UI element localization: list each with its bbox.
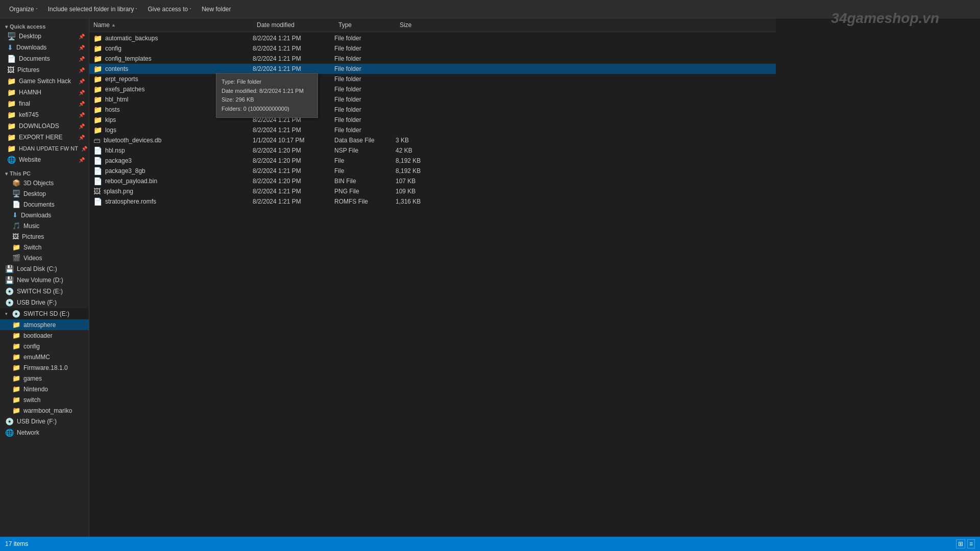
sidebar-item-videos-pc[interactable]: 🎬 Videos xyxy=(0,253,89,263)
file-row[interactable]: 📁 kips 8/2/2024 1:21 PM File folder xyxy=(89,115,776,125)
sidebar-item-3dobjects[interactable]: 📦 3D Objects xyxy=(0,178,89,188)
file-name-text: logs xyxy=(105,127,116,134)
sidebar-item-warmboot[interactable]: 📁 warmboot_mariko xyxy=(0,405,89,416)
file-size-cell: 42 KB xyxy=(396,147,447,154)
sidebar-item-downloads2-qa[interactable]: 📁 DOWNLOADS 📌 xyxy=(0,120,89,132)
file-name-text: reboot_payload.bin xyxy=(105,178,157,185)
downloads-pc-icon: ⬇ xyxy=(12,211,18,219)
sidebar-item-downloads-qa[interactable]: ⬇ Downloads 📌 xyxy=(0,42,89,53)
sidebar-item-pictures-qa[interactable]: 🖼 Pictures 📌 xyxy=(0,64,89,76)
exporthere-qa-icon: 📁 xyxy=(7,133,16,141)
file-row[interactable]: 📄 package3 8/2/2024 1:20 PM File 8,192 K… xyxy=(89,156,776,166)
file-type-cell: ROMFS File xyxy=(334,198,396,205)
file-row-icon: 📄 xyxy=(93,146,102,155)
sidebar-item-pictures-pc[interactable]: 🖼 Pictures xyxy=(0,231,89,242)
sidebar-item-switch-pc[interactable]: 📁 Switch xyxy=(0,242,89,253)
sidebar-item-gswitchhack-qa[interactable]: 📁 Game Switch Hack 📌 xyxy=(0,76,89,87)
sidebar-item-final-qa[interactable]: 📁 final 📌 xyxy=(0,98,89,109)
file-row-icon: 📁 xyxy=(93,44,102,53)
organize-button[interactable]: Organize xyxy=(5,4,42,14)
file-size-cell: 8,192 KB xyxy=(396,167,447,174)
col-header-type[interactable]: Type xyxy=(334,20,396,30)
pictures-pc-icon: 🖼 xyxy=(12,233,19,240)
file-size-cell: 3 KB xyxy=(396,137,447,144)
emuMMC-icon: 📁 xyxy=(12,353,20,361)
view-large-icon[interactable]: ⊞ xyxy=(956,539,965,548)
gswitchhack-qa-icon: 📁 xyxy=(7,77,16,85)
give-access-button[interactable]: Give access to xyxy=(143,4,195,14)
file-name-cell: 📄 package3 xyxy=(89,157,253,165)
sidebar-item-games[interactable]: 📁 games xyxy=(0,373,89,384)
file-row[interactable]: 📄 package3_8gb 8/2/2024 1:21 PM File 8,1… xyxy=(89,166,776,176)
file-row[interactable]: 📁 hbl_html 8/2/2024 1:21 PM File folder xyxy=(89,94,776,105)
sidebar-item-kefi745-qa[interactable]: 📁 kefi745 📌 xyxy=(0,109,89,120)
include-library-button[interactable]: Include selected folder in library xyxy=(44,4,142,14)
sidebar-item-hamnh-qa[interactable]: 📁 HAMNH 📌 xyxy=(0,87,89,98)
sidebar-item-atmosphere[interactable]: 📁 atmosphere xyxy=(0,319,89,330)
file-row[interactable]: 🗃 bluetooth_devices.db 1/1/2024 10:17 PM… xyxy=(89,135,776,145)
view-detail-icon[interactable]: ≡ xyxy=(967,539,975,548)
file-row[interactable]: 📁 automatic_backups 8/2/2024 1:21 PM Fil… xyxy=(89,33,776,43)
file-row[interactable]: 🖼 splash.png 8/2/2024 1:21 PM PNG File 1… xyxy=(89,186,776,196)
drive-localdisk-c[interactable]: 💾 Local Disk (C:) xyxy=(0,263,89,274)
sidebar-item-downloads-pc[interactable]: ⬇ Downloads xyxy=(0,210,89,220)
sidebar-item-desktop-qa[interactable]: 🖥️ Desktop 📌 xyxy=(0,31,89,42)
file-name-text: hosts xyxy=(105,106,120,113)
drive-switchsd-e-expanded[interactable]: ▾ 💿 SWITCH SD (E:) xyxy=(0,308,89,319)
file-row[interactable]: 📁 logs 8/2/2024 1:21 PM File folder xyxy=(89,125,776,135)
file-type-cell: File folder xyxy=(334,106,396,113)
drive-usbdrive-f[interactable]: 💿 USB Drive (F:) xyxy=(0,416,89,427)
file-row[interactable]: 📁 exefs_patches 8/2/2024 1:21 PM File fo… xyxy=(89,84,776,94)
new-folder-label: New folder xyxy=(202,6,231,13)
file-date-cell: 8/2/2024 1:20 PM xyxy=(253,147,334,154)
sidebar-item-network[interactable]: 🌐 Network xyxy=(0,427,89,438)
sidebar-item-desktop-pc[interactable]: 🖥️ Desktop xyxy=(0,188,89,199)
file-name-text: kips xyxy=(105,116,116,123)
column-headers: Name ▲ Date modified Type Size xyxy=(89,18,776,32)
items-count: 17 items xyxy=(5,540,28,547)
file-row[interactable]: 📁 config_templates 8/2/2024 1:21 PM File… xyxy=(89,54,776,64)
sidebar-item-emuMMC[interactable]: 📁 emuMMC xyxy=(0,352,89,362)
sidebar-item-firmware[interactable]: 📁 Firmware.18.1.0 xyxy=(0,362,89,373)
sidebar-item-config[interactable]: 📁 config xyxy=(0,341,89,352)
col-header-size[interactable]: Size xyxy=(396,20,447,30)
new-folder-button[interactable]: New folder xyxy=(198,4,235,14)
col-header-date[interactable]: Date modified xyxy=(253,20,334,30)
file-type-cell: File folder xyxy=(334,76,396,83)
file-name-text: hbl_html xyxy=(105,96,128,103)
sidebar-item-hdanfw-qa[interactable]: 📁 HDAN UPDATE FW NT 📌 xyxy=(0,143,89,154)
file-row[interactable]: 📁 contents 8/2/2024 1:21 PM File folder xyxy=(89,64,776,74)
drive-usbdrive-f-top[interactable]: 💿 USB Drive (F:) xyxy=(0,297,89,308)
sidebar-item-music-pc[interactable]: 🎵 Music xyxy=(0,220,89,231)
file-row[interactable]: 📁 hosts 8/2/2024 1:21 PM File folder xyxy=(89,105,776,115)
games-icon: 📁 xyxy=(12,374,20,382)
quick-access-header[interactable]: ▾ Quick access xyxy=(0,20,89,31)
sidebar-item-documents-pc[interactable]: 📄 Documents xyxy=(0,199,89,210)
sidebar-item-website-qa[interactable]: 🌐 Website 📌 xyxy=(0,154,89,165)
file-date-cell: 8/2/2024 1:21 PM xyxy=(253,127,334,134)
sidebar-item-switch[interactable]: 📁 switch xyxy=(0,394,89,405)
col-header-name[interactable]: Name ▲ xyxy=(89,20,253,30)
file-row[interactable]: 📁 erpt_reports 8/2/2024 1:21 PM File fol… xyxy=(89,74,776,84)
file-row[interactable]: 📄 reboot_payload.bin 8/2/2024 1:20 PM BI… xyxy=(89,176,776,186)
sidebar-item-documents-qa[interactable]: 📄 Documents 📌 xyxy=(0,53,89,64)
sidebar-item-exporthere-qa[interactable]: 📁 EXPORT HERE 📌 xyxy=(0,132,89,143)
sidebar-item-nintendo[interactable]: 📁 Nintendo xyxy=(0,384,89,394)
file-name-text: config xyxy=(105,45,121,52)
right-panel xyxy=(776,18,980,537)
drive-switchsd-e[interactable]: 💿 SWITCH SD (E:) xyxy=(0,286,89,297)
file-size-cell: 109 KB xyxy=(396,188,447,195)
include-library-label: Include selected folder in library xyxy=(48,6,134,13)
file-row[interactable]: 📁 config 8/2/2024 1:21 PM File folder xyxy=(89,43,776,54)
drive-newvolume-d[interactable]: 💾 New Volume (D:) xyxy=(0,274,89,286)
this-pc-header[interactable]: ▾ This PC xyxy=(0,167,89,178)
file-name-cell: 📄 stratosphere.romfs xyxy=(89,197,253,206)
file-rows-container: 📁 automatic_backups 8/2/2024 1:21 PM Fil… xyxy=(89,33,776,207)
file-row[interactable]: 📄 stratosphere.romfs 8/2/2024 1:21 PM RO… xyxy=(89,196,776,207)
sidebar-item-bootloader[interactable]: 📁 bootloader xyxy=(0,330,89,341)
file-name-text: package3 xyxy=(105,157,132,164)
atmosphere-icon: 📁 xyxy=(12,321,20,329)
file-row-icon: 📄 xyxy=(93,177,102,185)
file-row[interactable]: 📄 hbl.nsp 8/2/2024 1:20 PM NSP File 42 K… xyxy=(89,145,776,156)
quick-access-chevron: ▾ xyxy=(5,24,8,30)
